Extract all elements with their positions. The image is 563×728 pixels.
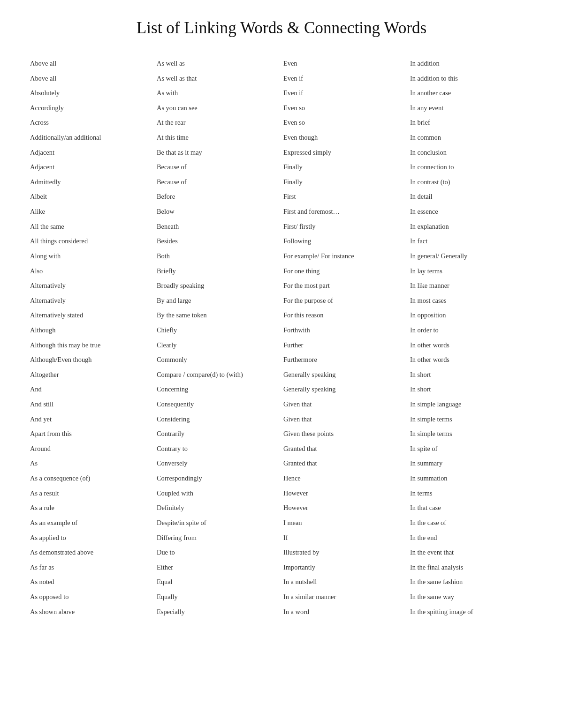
list-item: By and large [155,293,282,308]
list-item: In addition to this [408,71,535,86]
list-item: Especially [155,605,282,620]
list-item: Around [28,442,155,457]
list-item: Coupled with [155,486,282,501]
list-item: Even if [282,86,408,101]
list-item: Above all [28,56,155,71]
list-item: Even if [282,71,408,86]
list-item: At the rear [155,115,282,130]
list-item: Hence [282,471,408,486]
list-item: In lay terms [408,264,535,279]
list-item: In another case [408,86,535,101]
list-item: Even so [282,101,408,116]
list-item: In brief [408,115,535,130]
list-item: Commonly [155,353,282,368]
list-item: Concerning [155,382,282,397]
list-item: For this reason [282,308,408,323]
list-item: Even [282,56,408,71]
list-item: Despite/in spite of [155,516,282,531]
list-item: Illustrated by [282,545,408,560]
list-item: In any event [408,101,535,116]
list-item: In the spitting image of [408,605,535,620]
list-item: Further [282,338,408,353]
list-item: Above all [28,71,155,86]
list-item: Admittedly [28,175,155,190]
list-item: Forthwith [282,323,408,338]
list-item: In other words [408,338,535,353]
list-item: Consequently [155,397,282,412]
list-item: Be that as it may [155,145,282,160]
list-item: In addition [408,56,535,71]
list-item: Clearly [155,338,282,353]
list-item: Equally [155,590,282,605]
list-item: In the event that [408,545,535,560]
list-item: In common [408,130,535,145]
list-item: First [282,189,408,204]
list-item: First/ firstly [282,219,408,234]
list-item: Albeit [28,189,155,204]
list-item: Because of [155,175,282,190]
list-item: Absolutely [28,86,155,101]
list-item: Because of [155,160,282,175]
list-item: Even though [282,130,408,145]
list-item: In the case of [408,516,535,531]
list-item: Alternatively [28,278,155,293]
list-item: In fact [408,234,535,249]
list-item: In simple terms [408,412,535,427]
list-item: In most cases [408,293,535,308]
list-item: Compare / compare(d) to (with) [155,368,282,383]
list-item: I mean [282,516,408,531]
list-item: Given these points [282,427,408,442]
list-item: As a result [28,486,155,501]
list-item: For example/ For instance [282,249,408,264]
list-item: However [282,501,408,516]
list-item: As applied to [28,531,155,546]
list-item: As noted [28,575,155,590]
list-item: In opposition [408,308,535,323]
list-item: In a similar manner [282,590,408,605]
list-item: For the purpose of [282,293,408,308]
list-item: In connection to [408,160,535,175]
list-item: If [282,531,408,546]
list-item: Importantly [282,560,408,575]
list-item: Below [155,204,282,219]
list-item: In the end [408,531,535,546]
list-item: In simple terms [408,427,535,442]
list-item: Chiefly [155,323,282,338]
list-item: In the same fashion [408,575,535,590]
list-item: Along with [28,249,155,264]
list-item: Furthermore [282,353,408,368]
list-item: Contrary to [155,442,282,457]
list-item: Expressed simply [282,145,408,160]
list-item: In spite of [408,442,535,457]
list-item: Finally [282,160,408,175]
list-item: Besides [155,234,282,249]
list-item: In like manner [408,278,535,293]
list-item: Even so [282,115,408,130]
list-item: In short [408,382,535,397]
list-item: In the same way [408,590,535,605]
list-item: Equal [155,575,282,590]
list-item: Differing from [155,531,282,546]
list-item: Given that [282,412,408,427]
list-item: Conversely [155,456,282,471]
list-item: Across [28,115,155,130]
list-item: As shown above [28,605,155,620]
list-item: As far as [28,560,155,575]
list-item: For one thing [282,264,408,279]
list-item: As an example of [28,516,155,531]
list-item: All things considered [28,234,155,249]
list-item: Generally speaking [282,382,408,397]
list-item: However [282,486,408,501]
list-item: In terms [408,486,535,501]
list-item: As with [155,86,282,101]
list-item: Altogether [28,368,155,383]
list-item: By the same token [155,308,282,323]
list-item: And yet [28,412,155,427]
list-item: As a rule [28,501,155,516]
list-item: Also [28,264,155,279]
list-item: Beneath [155,219,282,234]
list-item: Although/Even though [28,353,155,368]
list-item: In that case [408,501,535,516]
list-item: Alternatively stated [28,308,155,323]
list-item: Either [155,560,282,575]
